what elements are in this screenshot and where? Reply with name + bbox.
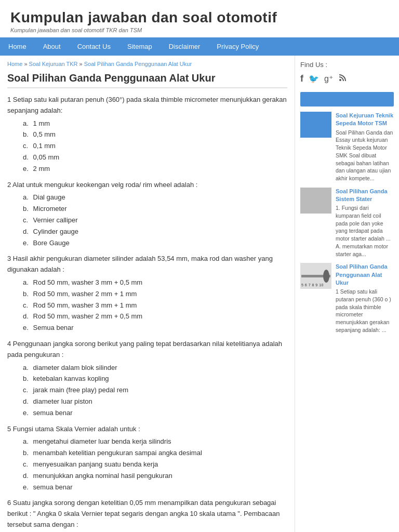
options-list: a. mengetahui diameter luar benda kerja … — [7, 436, 287, 493]
twitter-icon[interactable]: 🐦 — [309, 74, 319, 84]
site-title: Kumpulan jawaban dan soal otomotif — [10, 9, 389, 26]
option-item: a. diameter dalam blok silinder — [23, 363, 287, 374]
option-item: a. Dial gauge — [23, 192, 287, 203]
nav-item-about[interactable]: About — [35, 37, 69, 56]
sidebar-post-title[interactable]: Soal Pilihan Ganda Penggunaan Alat Ukur — [336, 263, 394, 287]
question-text: 5 Fungsi utama Skala Vernier adalah untu… — [7, 424, 287, 435]
question-block: 6 Suatu jangka sorong dengan ketelitian … — [7, 498, 287, 532]
option-item: c. jarak main (free play) pedal rem — [23, 385, 287, 396]
option-item: a. Rod 50 mm, washer 3 mm + 0,5 mm — [23, 277, 287, 288]
sidebar-post-title[interactable]: Soal Pilihan Ganda Sistem Stater — [336, 188, 394, 204]
questions-container: 1 Setiap satu kali putaran penuh (360°) … — [7, 95, 287, 532]
sidebar-related-posts: Soal Kejuruan Teknik Sepeda Motor TSMSoa… — [300, 112, 394, 334]
option-item: d. diameter luar piston — [23, 396, 287, 407]
nav-item-privacy-policy[interactable]: Privacy Policy — [208, 37, 267, 56]
nav-item-contact-us[interactable]: Contact Us — [69, 37, 119, 56]
option-item: c. Vernier calliper — [23, 215, 287, 226]
option-item: c. Rod 50 mm, washer 3 mm + 1 mm — [23, 300, 287, 311]
options-list: a. diameter dalam blok silinderb. keteba… — [7, 363, 287, 419]
sidebar-post-title[interactable]: Soal Kejuruan Teknik Sepeda Motor TSM — [336, 112, 394, 128]
sidebar-post-thumbnail — [300, 188, 331, 214]
sidebar-post-excerpt: Soal Pilihan Ganda dan Essay untuk kejur… — [336, 129, 394, 182]
article-title: Soal Pilihan Ganda Penggunaan Alat Ukur — [7, 72, 287, 88]
options-list: a. Rod 50 mm, washer 3 mm + 0,5 mmb. Rod… — [7, 277, 287, 334]
option-item: e. semua benar — [23, 408, 287, 419]
sidebar-related-post: Soal Pilihan Ganda Sistem Stater1. Fungs… — [300, 188, 394, 258]
main-content: Home » Soal Kejuruan TKR » Soal Pilihan … — [0, 56, 295, 532]
breadcrumb-item[interactable]: Home — [7, 61, 22, 67]
svg-point-0 — [339, 79, 341, 81]
option-item: b. 0,5 mm — [23, 129, 287, 140]
option-item: a. 1 mm — [23, 118, 287, 129]
option-item: b. Micrometer — [23, 204, 287, 215]
sidebar: Find Us : f 🐦 g⁺ Soal Kejuruan Teknik Se… — [295, 56, 399, 532]
option-item: c. menyesuaikan panjang suatu benda kerj… — [23, 459, 287, 470]
option-item: d. Rod 50 mm, washer 2 mm + 0,5 mm — [23, 311, 287, 322]
option-item: a. mengetahui diameter luar benda kerja … — [23, 436, 287, 447]
find-us-label: Find Us : — [300, 61, 394, 69]
facebook-icon[interactable]: f — [300, 73, 303, 84]
nav-item-disclaimer[interactable]: Disclaimer — [161, 37, 209, 56]
option-item: e. Semua benar — [23, 323, 287, 334]
question-block: 5 Fungsi utama Skala Vernier adalah untu… — [7, 424, 287, 493]
site-subtitle: Kumpulan jawaban dan soal otomotif TKR d… — [10, 27, 389, 33]
sidebar-search-bar[interactable] — [300, 92, 394, 107]
question-text: 6 Suatu jangka sorong dengan ketelitian … — [7, 498, 287, 530]
sidebar-post-excerpt: 1 Setiap satu kali putaran penuh (360 o … — [336, 288, 394, 334]
question-block: 2 Alat untuk mengukur keokengan velg rod… — [7, 180, 287, 249]
option-item: d. Cylinder gauge — [23, 227, 287, 237]
option-item: b. Rod 50 mm, washer 2 mm + 1 mm — [23, 289, 287, 300]
sidebar-post-excerpt: 1. Fungsi dari kumparan field coil pada … — [336, 204, 394, 258]
sidebar-related-post: Soal Kejuruan Teknik Sepeda Motor TSMSoa… — [300, 112, 394, 182]
social-icons: f 🐦 g⁺ — [300, 73, 394, 85]
option-item: b. menambah ketelitian pengukuran sampai… — [23, 448, 287, 459]
question-block: 4 Penggunaan jangka sorong berikut yang … — [7, 339, 287, 419]
question-text: 2 Alat untuk mengukur keokengan velg rod… — [7, 180, 287, 191]
option-item: d. menunjukkan angka nominal hasil pengu… — [23, 471, 287, 482]
question-block: 3 Hasil akhir pengukuran diameter silind… — [7, 254, 287, 334]
question-text: 4 Penggunaan jangka sorong berikut yang … — [7, 339, 287, 361]
option-item: e. Bore Gauge — [23, 238, 287, 249]
breadcrumb: Home » Soal Kejuruan TKR » Soal Pilihan … — [7, 61, 287, 67]
google-plus-icon[interactable]: g⁺ — [324, 74, 333, 84]
nav-item-sitemap[interactable]: Sitemap — [119, 37, 161, 56]
option-item: e. 2 mm — [23, 164, 287, 175]
question-block: 1 Setiap satu kali putaran penuh (360°) … — [7, 95, 287, 175]
option-item: c. 0,1 mm — [23, 141, 287, 152]
question-text: 1 Setiap satu kali putaran penuh (360°) … — [7, 95, 287, 116]
option-item: b. ketebalan kanvas kopling — [23, 374, 287, 384]
sidebar-post-thumbnail: 5 6 7 8 9 10 — [300, 263, 331, 289]
nav-bar: HomeAboutContact UsSitemapDisclaimerPriv… — [0, 37, 399, 56]
option-item: d. 0,05 mm — [23, 152, 287, 163]
sidebar-post-thumbnail — [300, 112, 331, 138]
nav-item-home[interactable]: Home — [0, 37, 35, 56]
question-text: 3 Hasil akhir pengukuran diameter silind… — [7, 254, 287, 275]
site-header: Kumpulan jawaban dan soal otomotif Kumpu… — [0, 0, 399, 37]
sidebar-related-post: 5 6 7 8 9 10 Soal Pilihan Ganda Pengguna… — [300, 263, 394, 334]
options-list: a. 1 mmb. 0,5 mmc. 0,1 mmd. 0,05 mme. 2 … — [7, 118, 287, 175]
breadcrumb-item[interactable]: Soal Kejuruan TKR — [29, 61, 78, 67]
rss-icon[interactable] — [338, 73, 348, 85]
option-item: e. semua benar — [23, 482, 287, 493]
options-list: a. Dial gaugeb. Micrometerc. Vernier cal… — [7, 192, 287, 248]
breadcrumb-item[interactable]: Soal Pilihan Ganda Penggunaan Alat Ukur — [84, 61, 192, 67]
